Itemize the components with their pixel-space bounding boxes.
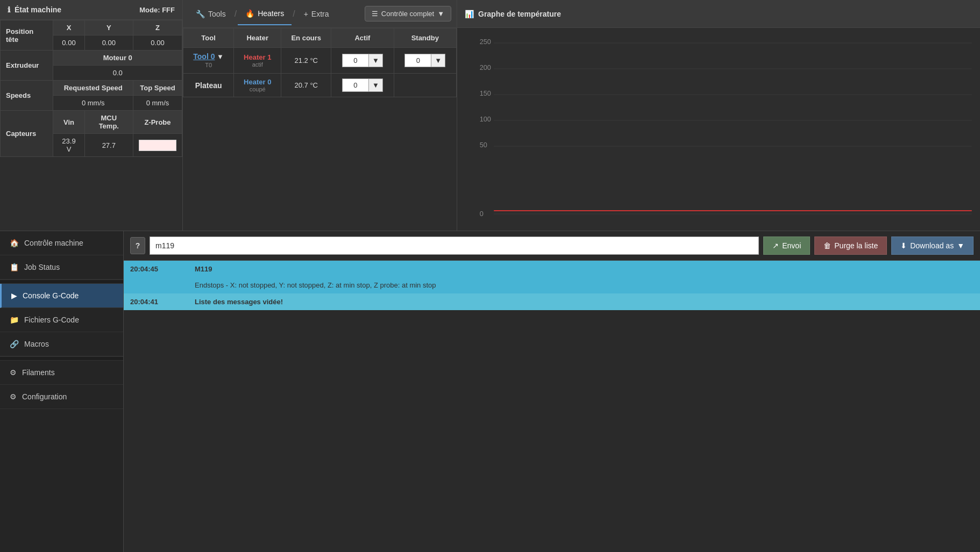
graph-title: Graphe de température xyxy=(478,10,561,18)
console-icon: ▶ xyxy=(11,291,17,300)
help-button[interactable]: ? xyxy=(130,237,145,254)
mode-label: Mode: FFF xyxy=(139,6,175,14)
machine-state-title: État machine xyxy=(15,5,61,14)
sidebar-item-filaments[interactable]: ⚙ Filaments xyxy=(0,361,123,385)
zprobe-input[interactable]: 1000 xyxy=(139,140,176,151)
zprobe-value[interactable]: 1000 xyxy=(133,134,182,157)
y-value: 0.00 xyxy=(84,35,133,51)
mcu-header: MCU Temp. xyxy=(84,111,133,134)
sidebar-item-controle-machine[interactable]: 🏠 Contrôle machine xyxy=(0,231,123,255)
requested-speed-value: 0 mm/s xyxy=(53,96,133,111)
trash-icon: 🗑 xyxy=(823,241,831,250)
heater0-sub: coupé xyxy=(240,86,274,92)
graph-area: 250 200 150 100 50 0 xyxy=(457,28,980,227)
sidebar-item-configuration[interactable]: ⚙ Configuration xyxy=(0,385,123,409)
wrench-icon: 🔧 xyxy=(196,10,205,18)
console-msg-line1-1: Liste des messages vidée! xyxy=(195,298,974,306)
heater1-name: Heater 1 xyxy=(240,53,274,61)
z-value: 0.00 xyxy=(133,35,182,51)
info-icon: ℹ xyxy=(8,5,10,14)
heater1-temp: 21.2 °C xyxy=(281,48,331,74)
temperature-graph-panel: 📊 Graphe de température 250 200 150 100 … xyxy=(457,0,980,231)
tool0-sub: T0 xyxy=(205,62,212,68)
console-time-1: 20:04:41 xyxy=(124,293,188,310)
plateau-cell: Plateau xyxy=(183,74,234,97)
chart-icon: 📊 xyxy=(465,10,474,18)
top-speed-value: 0 mm/s xyxy=(133,96,182,111)
y-header: Y xyxy=(84,20,133,35)
sidebar-item-console-gcode[interactable]: ▶ Console G-Code xyxy=(0,284,123,308)
sidebar-divider-1 xyxy=(0,279,123,284)
purge-button[interactable]: 🗑 Purge la liste xyxy=(814,236,887,255)
send-icon: ↗ xyxy=(772,241,779,250)
col-heater: Heater xyxy=(234,28,281,48)
console-output: 20:04:45 M119 Endstops - X: not stopped,… xyxy=(124,261,980,552)
console-row-0: 20:04:45 M119 Endstops - X: not stopped,… xyxy=(124,261,980,293)
link-icon: 🔗 xyxy=(10,340,19,348)
tab-sep2: / xyxy=(292,9,296,19)
col-en-cours: En cours xyxy=(281,28,331,48)
heater1-actif-input[interactable] xyxy=(342,54,369,67)
flame-icon: 🔥 xyxy=(245,9,254,18)
heaters-panel: 🔧 Tools / 🔥 Heaters / + Extra ☰ Contrôle… xyxy=(183,0,457,231)
position-tete-label: Position tête xyxy=(1,20,53,51)
machine-state-panel: ℹ État machine Mode: FFF Position tête X… xyxy=(0,0,183,231)
x-header: X xyxy=(53,20,84,35)
console-time-0: 20:04:45 xyxy=(124,261,188,277)
graph-header: 📊 Graphe de température xyxy=(457,0,980,28)
console-input[interactable] xyxy=(150,236,759,255)
console-msg-line2-0: Endstops - X: not stopped, Y: not stoppe… xyxy=(195,281,974,289)
svg-text:250: 250 xyxy=(480,38,491,46)
tool0-cell: Tool 0 ▼ T0 xyxy=(183,48,234,74)
heater1-cell: Heater 1 actif xyxy=(234,48,281,74)
console-toolbar: ? ↗ Envoi 🗑 Purge la liste ⬇ Download as… xyxy=(124,231,980,261)
controle-complet-button[interactable]: ☰ Contrôle complet ▼ xyxy=(365,6,451,21)
tool0-dropdown-icon[interactable]: ▼ xyxy=(217,53,224,61)
heater1-actif-cell: ▼ xyxy=(331,48,394,74)
tab-tools[interactable]: 🔧 Tools xyxy=(188,3,233,25)
heater0-actif-dropdown[interactable]: ▼ xyxy=(369,78,383,92)
download-button[interactable]: ⬇ Download as ▼ xyxy=(891,236,974,255)
moteur-label: Moteur 0 xyxy=(53,51,182,66)
tab-heaters[interactable]: 🔥 Heaters xyxy=(238,3,292,25)
console-row-1: 20:04:41 Liste des messages vidée! xyxy=(124,293,980,310)
speeds-label: Speeds xyxy=(1,81,53,111)
heater1-standby-cell: ▼ xyxy=(394,48,456,74)
sidebar-item-macros[interactable]: 🔗 Macros xyxy=(0,332,123,356)
caret-down-icon: ▼ xyxy=(437,10,444,18)
sidebar-divider-2 xyxy=(0,356,123,361)
folder-icon: 📁 xyxy=(10,316,19,324)
heater1-actif-dropdown[interactable]: ▼ xyxy=(369,54,383,67)
tab-extra[interactable]: + Extra xyxy=(296,3,337,25)
moteur-value: 0.0 xyxy=(53,66,182,81)
col-actif: Actif xyxy=(331,28,394,48)
download-caret-icon: ▼ xyxy=(957,241,964,250)
top-speed-header: Top Speed xyxy=(133,81,182,96)
gear-icon: ⚙ xyxy=(10,392,17,401)
extrudeur-label: Extrudeur xyxy=(1,51,53,81)
envoi-button[interactable]: ↗ Envoi xyxy=(763,236,810,255)
download-icon: ⬇ xyxy=(900,241,907,250)
temperature-chart: 250 200 150 100 50 0 xyxy=(463,33,975,221)
vin-header: Vin xyxy=(53,111,84,134)
z-header: Z xyxy=(133,20,182,35)
heater0-cell: Heater 0 coupé xyxy=(234,74,281,97)
console-msg-line1-0: M119 xyxy=(195,265,974,273)
heater0-name: Heater 0 xyxy=(240,78,274,86)
heater0-actif-input[interactable] xyxy=(342,78,369,92)
requested-speed-header: Requested Speed xyxy=(53,81,133,96)
x-value: 0.00 xyxy=(53,35,84,51)
machine-state-header: ℹ État machine Mode: FFF xyxy=(0,0,182,20)
heater1-standby-dropdown[interactable]: ▼ xyxy=(431,54,445,67)
svg-text:150: 150 xyxy=(480,90,491,97)
svg-text:100: 100 xyxy=(480,116,491,123)
tool0-link[interactable]: Tool 0 xyxy=(193,52,215,61)
clipboard-icon: 📋 xyxy=(10,263,19,271)
sidebar-item-fichiers-gcode[interactable]: 📁 Fichiers G-Code xyxy=(0,308,123,332)
sidebar-item-job-status[interactable]: 📋 Job Status xyxy=(0,255,123,279)
heater1-standby-input[interactable] xyxy=(404,54,431,67)
sidebar: 🏠 Contrôle machine 📋 Job Status ▶ Consol… xyxy=(0,231,124,552)
svg-text:50: 50 xyxy=(480,141,487,149)
tab-bar: 🔧 Tools / 🔥 Heaters / + Extra ☰ Contrôle… xyxy=(183,0,457,28)
plateau-label: Plateau xyxy=(195,81,222,90)
